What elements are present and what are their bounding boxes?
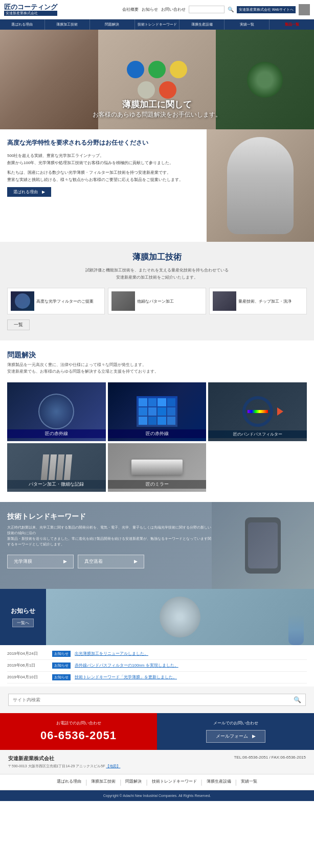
problem-card-3[interactable]: パターン加工・微細な記録 (7, 443, 106, 492)
news-list: 2019年04月24日 お知らせ 出光薄膜加工をリニューアルしました。 2019… (0, 645, 314, 687)
problem-card-4[interactable]: 匠のミラー (108, 443, 207, 492)
nav-link-news[interactable]: お知らせ (142, 7, 158, 12)
mirror-visual (131, 460, 183, 475)
problem-grid-bottom: パターン加工・微細な記録 匠のミラー (7, 443, 307, 492)
thin-film-tech-section: 薄膜加工技術 試験評価と機能加工技術を、またそれを支える量産化技術を持ち合わせて… (0, 242, 314, 340)
trend-btn-0[interactable]: 光学薄膜 ▶ (7, 555, 74, 568)
search-icon[interactable]: 🔍 (228, 7, 234, 12)
about-btn-label: 選ばれる理由 (13, 189, 38, 195)
copyright-text: Copyright © Adachi New Industrial Compan… (103, 794, 211, 797)
news-category-0: お知らせ (52, 651, 71, 657)
problem-title: 問題解決 (7, 351, 307, 360)
about-text-area: 高度な光学特性を要求される分野はお任せください 500社を超える実績、豊富な光学… (0, 129, 207, 242)
nav-link-company[interactable]: 会社概要 (122, 7, 139, 12)
problem-card-2[interactable]: 匠のバンドパスフィルター (208, 382, 307, 441)
footer-nav-item-0[interactable]: 選ばれる理由 (57, 779, 81, 786)
contact-section: お電話でのお問い合わせ 06-6536-2051 メールでのお問い合わせ メール… (0, 713, 314, 750)
tech-card-img-2 (213, 291, 236, 311)
problem-card-spacer (208, 443, 307, 492)
problem-card-0[interactable]: 匠の赤外線 (7, 382, 106, 441)
contact-phone-number[interactable]: 06-6536-2051 (5, 729, 152, 742)
tech-card-img-0 (11, 291, 34, 311)
phone-shape (245, 517, 281, 574)
footer-nav-item-4[interactable]: 薄膜生産設備 (207, 779, 231, 786)
company-info-left: 安達新産業株式会社 〒590-0013 大阪市西区立売堀1丁目14-29 アニッ… (8, 755, 120, 769)
logo-main: 匠のコーティング (4, 3, 57, 11)
microscope-circle (160, 597, 200, 637)
search-section: 🔍 (0, 687, 314, 713)
footer-nav: 選ばれる理由 | 薄膜加工技術 | 問題解決 | 技術トレンドキーワード | 薄… (0, 774, 314, 790)
about-body4: 豊富な実績と挑戦し続ける、様々な観点からお客様のご要望に応える製品をご提案いたし… (7, 176, 199, 184)
footer-nav-item-2[interactable]: 問題解決 (125, 779, 142, 786)
problem-section: 問題解決 薄膜製品を一元高次く豊に、法律や仕様によって様々な問題が発生します。 … (0, 340, 314, 502)
hero-col-left (0, 30, 98, 129)
trend-subtitle: 大正時代創業以来、光学工業に関する製品の開発分析を、電気・電子、光学、量子もしく… (7, 524, 212, 547)
circle-green (148, 61, 166, 78)
tech-card-label-0: 高度な光学フィルターのご提案 (36, 299, 94, 304)
nav-item-results[interactable]: 実績一覧 (225, 19, 270, 30)
trend-btn-arrow-1: ▶ (134, 559, 138, 564)
trend-phone-bg (212, 502, 314, 589)
header-nav: 会社概要 お知らせ お問い合わせ 🔍 安達新産業株式会社 Webサイトへ (122, 4, 310, 15)
nav-item-problem[interactable]: 問題解決 (90, 19, 135, 30)
header: 匠のコーティング 安達新産業株式会社 会社概要 お知らせ お問い合わせ 🔍 安達… (0, 0, 314, 19)
logo-sub: 安達新産業株式会社 (4, 11, 57, 16)
news-date-1: 2019年06月1日 (7, 663, 48, 668)
main-nav: 選ばれる理由 薄膜加工技術 問題解決 技術トレンドキーワード 薄膜生産設備 実績… (0, 19, 314, 30)
circle-yellow (170, 61, 187, 78)
nav-item-products[interactable]: 製品一覧 (270, 19, 314, 30)
problem-label-2: 匠のバンドパスフィルター (208, 430, 307, 438)
nav-item-tech[interactable]: 薄膜加工技術 (45, 19, 90, 30)
company-tel: TEL:06-6536-2051 / FAX:06-6536-2015 (234, 755, 306, 760)
footer-nav-item-3[interactable]: 技術トレンドキーワード (152, 779, 197, 786)
tech-more-label: 一覧 (14, 322, 23, 328)
contact-email-label: メールでのお問い合わせ (213, 720, 258, 726)
circle-gray (138, 81, 155, 99)
map-link[interactable]: 【地図】 (106, 764, 120, 768)
about-btn[interactable]: 選ばれる理由 ▶ (7, 187, 51, 197)
flask-visual (288, 614, 304, 645)
problem-label-4: 匠のミラー (108, 480, 207, 489)
search-submit-icon[interactable]: 🔍 (294, 696, 301, 703)
footer-nav-item-5[interactable]: 実績一覧 (241, 779, 257, 786)
tech-card-2[interactable]: 量産技術、チップ加工・洗浄 (209, 288, 307, 314)
tech-more-btn[interactable]: 一覧 (7, 319, 30, 330)
problem-card-1[interactable]: 匠の赤外線 (108, 382, 207, 441)
hero-line2: お客様のあらゆる問題解決をお手伝いします。 (93, 110, 221, 119)
contact-email-btn[interactable]: メールフォーム ▶ (206, 730, 265, 743)
footer-nav-item-1[interactable]: 薄膜加工技術 (91, 779, 116, 786)
pattern-visual (42, 454, 71, 480)
about-section: 高度な光学特性を要求される分野はお任せください 500社を超える実績、豊富な光学… (0, 129, 314, 242)
nav-item-equipment[interactable]: 薄膜生産設備 (180, 19, 225, 30)
nav-link-contact[interactable]: お問い合わせ (161, 7, 186, 12)
nav-item-reason[interactable]: 選ばれる理由 (0, 19, 45, 30)
tech-cards-container: 高度な光学フィルターのご提案 他細なパターン加工 量産技術、チップ加工・洗浄 (7, 288, 307, 314)
tech-section-title: 薄膜加工技術 (7, 252, 307, 263)
about-image (207, 129, 314, 242)
tech-card-img-1 (111, 291, 135, 311)
contact-email: メールでのお問い合わせ メールフォーム ▶ (157, 713, 314, 750)
news-category-1: お知らせ (52, 663, 71, 669)
tech-section-subtitle: 試験評価と機能加工技術を、またそれを支える量産化技術を持ち合わせている 安達新産… (7, 267, 307, 281)
site-search-input[interactable] (13, 697, 294, 702)
problem-subtitle: 薄膜製品を一元高次く豊に、法律や仕様によって様々な問題が発生します。 安達新産業… (7, 362, 307, 375)
contact-phone-label: お電話でのお問い合わせ (5, 720, 152, 726)
about-body1: 500社を超える実績、豊富な光学加工ラインナップ。 (7, 152, 199, 159)
news-box-title: お知らせ (11, 607, 35, 615)
avatar (299, 4, 310, 15)
tech-card-1[interactable]: 他細なパターン加工 (108, 288, 206, 314)
news-link-1[interactable]: 赤外線バンドパスフィルターの100nm を実現しました。 (75, 663, 178, 668)
news-link-0[interactable]: 出光薄膜加工をリニューアルしました。 (75, 651, 148, 656)
news-box-link[interactable]: 一覧へ (12, 619, 34, 627)
search-input[interactable] (189, 6, 225, 13)
company-address: 〒590-0013 大阪市西区立売堀1丁目14-29 アニックスビル5F 【地図… (8, 764, 120, 769)
trend-btn-1[interactable]: 真空蒸着 ▶ (78, 555, 144, 568)
footer-separator-1: | (120, 779, 121, 786)
footer-separator-0: | (85, 779, 87, 786)
nav-item-trend[interactable]: 技術トレンドキーワード (135, 19, 180, 30)
trend-btn-arrow-0: ▶ (63, 559, 67, 564)
site-btn[interactable]: 安達新産業株式会社 Webサイトへ (237, 6, 296, 13)
news-link-2[interactable]: 技術トレンドキーワード「光学薄膜」を更新しました。 (75, 674, 177, 680)
news-date-2: 2019年04月10日 (7, 674, 48, 680)
tech-card-0[interactable]: 高度な光学フィルターのご提案 (7, 288, 105, 314)
